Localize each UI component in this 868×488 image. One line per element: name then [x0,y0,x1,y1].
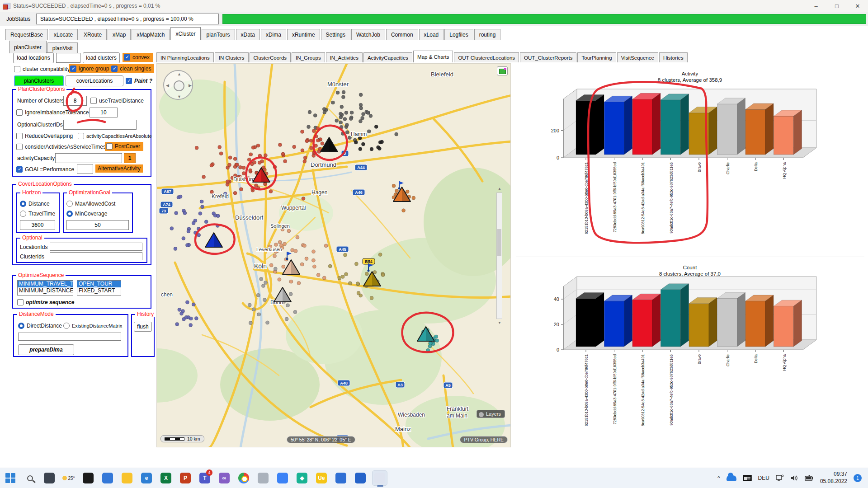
taskbar-app-powerpoint[interactable]: P [178,470,193,486]
imbalance-tolerance-field[interactable] [90,108,118,117]
tab-settings[interactable]: Settings [321,29,350,40]
speaker-icon[interactable] [790,474,798,482]
paint-checkbox[interactable]: Paint ? [126,77,152,85]
viewtab-clustercoords[interactable]: ClusterCoords [250,52,291,62]
map-layers-button[interactable]: Layers [476,410,505,418]
taskbar-app-camera-app[interactable] [80,470,96,486]
tour-mode-listbox[interactable]: OPEN_TOUR FIXED_START [77,280,121,296]
map-snapshot-button[interactable] [497,66,508,75]
onedrive-icon[interactable] [726,475,736,481]
map-viewport[interactable]: MünsterBielefeldHammDortmundHagenDuisbur… [156,63,511,447]
min-coverage-radio[interactable]: MinCoverage [66,210,107,218]
tab-xcluster[interactable]: xCluster [170,27,200,40]
clock[interactable]: 09:37 05.08.2022 [820,471,847,485]
taskbar-app-diamond-app[interactable]: ◆ [294,470,310,486]
viewtab-in-activities[interactable]: IN_Activities [326,52,363,62]
tab-common[interactable]: Common [386,29,418,40]
taskbar-app-shield-app[interactable] [333,470,349,486]
taskbar-app-file-explorer[interactable] [119,470,135,486]
flush-button[interactable]: flush [134,322,152,332]
tab-xruntime[interactable]: xRuntime [287,29,320,40]
taskbar-app-start[interactable] [3,470,18,486]
goal-value-field[interactable] [77,164,93,174]
reduce-overlapping-checkbox[interactable]: ReduceOverlapping [16,132,73,140]
pan-up-icon[interactable]: ▲ [177,72,181,76]
ignore-group-checkbox[interactable]: ignore group [69,64,112,73]
viewtab-activitycapacities[interactable]: ActivityCapacities [363,52,412,62]
direct-distance-radio[interactable]: DirectDistance [18,322,62,330]
tab-xmapmatch[interactable]: xMapMatch [132,29,170,40]
taskbar-app-chat-app[interactable] [100,470,115,486]
horizon-value-field[interactable] [20,220,55,230]
tab-watchjob[interactable]: WatchJob [351,29,385,40]
network-icon[interactable] [776,474,784,482]
taskbar-app-weather-widget[interactable]: 25° [61,470,76,486]
load-clusters-button[interactable]: load clusters [83,52,120,63]
taskbar-app-ptv-app[interactable] [372,470,387,486]
contact-card-icon[interactable] [743,475,752,481]
convex-checkbox-box[interactable] [124,54,130,61]
location-ids-field[interactable] [50,243,142,251]
list-item[interactable]: OPEN_TOUR [77,281,121,287]
pan-down-icon[interactable]: ▼ [177,94,181,99]
pan-right-icon[interactable]: ▶ [189,83,192,88]
scroll-down-icon[interactable]: ▼ [498,321,501,325]
tab-xdata[interactable]: xData [236,29,260,40]
viewtab-out-clusterreports[interactable]: OUT_ClusterReports [520,52,576,62]
post-cover-checkbox[interactable]: PostCover [105,142,143,151]
tab-xdima[interactable]: xDima [261,29,286,40]
tab-xlocate[interactable]: xLocate [49,29,78,40]
minimize-button[interactable]: – [806,0,826,12]
list-item[interactable]: MINIMUM_TRAVEL_TI [18,281,73,287]
max-allowed-cost-radio[interactable]: MaxAllowedCost [66,200,115,208]
list-item[interactable]: FIXED_START [77,287,121,294]
number-of-clusters-field[interactable] [63,96,87,106]
scrollbar-thumb[interactable] [497,229,501,256]
battery-icon[interactable] [805,475,814,481]
existing-distance-matrix-radio[interactable]: ExistingDistanceMatrix [63,322,122,330]
tab-requestbase[interactable]: RequestBase [5,29,48,40]
locations-count-field[interactable] [56,53,80,63]
pan-left-icon[interactable]: ◀ [166,83,169,88]
taskbar-app-screen-app[interactable] [42,470,57,486]
taskbar-app-chrome[interactable] [236,470,251,486]
viewtab-out-clusteredlocations[interactable]: OUT ClusteredLocations [454,52,519,62]
optimize-sequence-checkbox[interactable]: optimize sequence [17,298,74,306]
optional-cluster-ids-field[interactable] [63,120,137,130]
taskbar-app-pin-app[interactable] [275,470,290,486]
tab-xroute[interactable]: XRoute [79,29,107,40]
taskbar-app-visual-studio[interactable]: ∞ [217,470,232,486]
goal-performance-checkbox[interactable]: GOAL=Performance [16,165,74,174]
taskbar-app-search[interactable] [22,470,38,486]
map-pan-control[interactable]: ▲ ▼ ◀ ▶ [163,70,193,100]
viewtab-map-charts[interactable]: Map & Charts [413,51,453,62]
viewtab-visitsequence[interactable]: VisitSequence [617,52,658,62]
clean-singles-checkbox[interactable]: clean singles [110,64,154,73]
viewtab-tourplanning[interactable]: TourPlanning [577,52,616,62]
consider-activities-checkbox[interactable]: considerActivitiesAsServiceTimes [16,143,106,151]
keyboard-language[interactable]: DEU [758,475,769,481]
taskbar-app-excel[interactable]: X [158,470,174,486]
tab-plantours[interactable]: planTours [202,29,235,40]
travel-mode-listbox[interactable]: MINIMUM_TRAVEL_TI MINIMUM_DISTANCE [17,280,73,296]
viewtab-histories[interactable]: Histories [659,52,688,62]
ignore-imbalance-checkbox[interactable]: IgnoreImbalanceTolerance [16,108,89,117]
load-locations-button[interactable]: load locations [13,52,54,63]
activity-capacity-field[interactable] [55,153,122,163]
subtab-plancluster[interactable]: planCluster [9,41,47,53]
viewtab-in-clusters[interactable]: IN Clusters [215,52,249,62]
tray-chevron-icon[interactable]: ^ [717,475,720,481]
tab-xload[interactable]: xLoad [419,29,444,40]
taskbar-app-window-app[interactable] [353,470,368,486]
maximize-button[interactable]: □ [826,0,847,12]
scroll-up-icon[interactable]: ▲ [498,187,501,191]
viewtab-in-planninglocations[interactable]: IN PlanningLocations [156,52,214,62]
distance-matrix-field[interactable] [18,333,121,341]
travel-time-radio[interactable]: TravelTime [20,210,55,218]
tab-xmap[interactable]: xMap [108,29,131,40]
cluster-ids-field[interactable] [50,252,142,260]
subtab-planvisit[interactable]: planVisit [47,42,78,53]
distance-radio[interactable]: Distance [20,200,50,208]
viewtab-in-groups[interactable]: IN_Groups [292,52,325,62]
taskbar-app-ultraedit[interactable]: Ue [314,470,329,486]
